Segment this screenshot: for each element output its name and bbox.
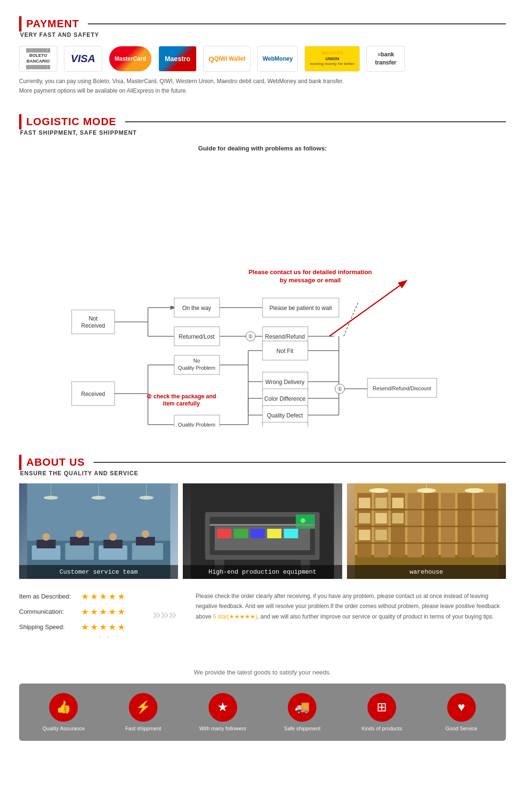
- star: ★: [117, 622, 125, 632]
- star: ★: [99, 591, 107, 602]
- svg-text:Please be patient to wait: Please be patient to wait: [270, 305, 332, 311]
- svg-text:Not: Not: [89, 315, 98, 322]
- star: ★: [81, 607, 89, 617]
- ratings-left: Item as Described: ★ ★ ★ ★ ★ Communicati…: [19, 591, 134, 637]
- svg-point-79: [76, 530, 84, 538]
- svg-text:Quality Problem: Quality Problem: [178, 422, 215, 427]
- about-red-bar: [19, 455, 21, 470]
- star: ★: [81, 591, 89, 602]
- star: ★: [99, 622, 107, 632]
- promo-label-followers: With many followers: [199, 726, 246, 731]
- svg-text:Please contact us for detailed: Please contact us for detailed informati…: [249, 268, 372, 276]
- star: ★: [108, 622, 116, 632]
- promo-icons-row: 👍 Quality Assurance ⚡ Fast shippment ★ W…: [19, 684, 506, 741]
- svg-text:Not Fit: Not Fit: [276, 348, 294, 354]
- logistic-subtitle: FAST SHIPPMENT, SAFE SHIPPMENT: [20, 129, 506, 136]
- wh-photo: warehouse: [347, 483, 506, 579]
- svg-rect-92: [217, 529, 231, 538]
- svg-rect-96: [284, 529, 298, 538]
- kinds-products-icon: ⊞: [368, 693, 396, 722]
- svg-text:No: No: [193, 358, 200, 363]
- svg-point-100: [301, 518, 305, 523]
- svg-point-124: [417, 488, 436, 493]
- boleto-logo: |||||||||||||||||||| BOLETO BANCARIO |||…: [19, 46, 57, 72]
- rating-row-ship: Shipping Speed: ★ ★ ★ ★ ★: [19, 622, 134, 632]
- prod-label: High-end production equipment: [183, 565, 342, 579]
- promo-label-fast: Fast shippment: [125, 726, 161, 731]
- westernunion-logo: WESTERN UNION moving money for better: [304, 46, 360, 72]
- svg-rect-30: [72, 310, 115, 334]
- svg-point-126: [464, 488, 483, 493]
- svg-text:② check the package and: ② check the package and: [147, 393, 216, 400]
- promo-item-service: ♥ Good Service: [433, 693, 490, 731]
- about-photos: Customer service team: [19, 483, 506, 579]
- svg-text:Wrong Delivery: Wrong Delivery: [265, 379, 304, 385]
- ratings-section: Item as Described: ★ ★ ★ ★ ★ Communicati…: [19, 587, 506, 642]
- maestro-logo: Maestro: [158, 46, 197, 72]
- star: ★: [81, 622, 89, 632]
- rating-label-comm: Communication:: [19, 608, 81, 615]
- ratings-right: Please check the order clearly after rec…: [196, 591, 506, 622]
- about-subtitle: ENSURE THE QUALITY AND SERVICE: [20, 470, 506, 477]
- svg-rect-115: [358, 498, 370, 508]
- visa-logo: VISA: [64, 46, 102, 72]
- promo-item-followers: ★ With many followers: [194, 693, 252, 731]
- svg-text:①: ①: [248, 333, 253, 339]
- prod-photo: High-end production equipment: [183, 483, 342, 579]
- star: ★: [108, 607, 116, 617]
- svg-rect-118: [358, 513, 370, 524]
- mastercard-logo: MasterCard: [109, 46, 152, 72]
- svg-rect-58: [262, 422, 308, 427]
- rating-label-item: Item as Described:: [19, 593, 81, 600]
- rating-stars-comm: ★ ★ ★ ★ ★: [81, 607, 125, 617]
- svg-rect-71: [65, 543, 94, 560]
- logistic-red-bar: [19, 114, 21, 129]
- svg-text:Received: Received: [81, 322, 105, 329]
- svg-rect-77: [136, 537, 155, 545]
- svg-text:item carefully: item carefully: [163, 400, 200, 407]
- red-bar-icon: [19, 16, 21, 32]
- flowchart-svg: Not Received On the way Please be patien…: [33, 160, 492, 427]
- promo-label-quality: Quality Assurance: [42, 726, 85, 731]
- svg-rect-95: [267, 529, 282, 538]
- rating-label-ship: Shipping Speed:: [19, 623, 81, 630]
- payment-title: PAYMENT: [26, 18, 79, 30]
- rating-row-item: Item as Described: ★ ★ ★ ★ ★: [19, 591, 134, 602]
- payment-subtitle: VERY FAST AND SAFETY: [20, 32, 506, 38]
- flowchart: Not Received On the way Please be patien…: [33, 160, 492, 427]
- promo-item-kinds: ⊞ Kinds of products: [353, 693, 410, 731]
- payment-section: PAYMENT VERY FAST AND SAFETY |||||||||||…: [0, 0, 525, 101]
- cs-label: Customer service team: [19, 565, 178, 579]
- logistic-title: LOGISTIC MODE: [26, 116, 116, 128]
- followers-icon: ★: [209, 693, 237, 722]
- svg-line-28: [344, 303, 358, 336]
- svg-point-85: [44, 496, 58, 500]
- logistic-section: LOGISTIC MODE FAST SHIPPMENT, SAFE SHIPP…: [0, 101, 525, 441]
- svg-text:by message or email: by message or email: [280, 277, 341, 284]
- svg-text:Quality Problem: Quality Problem: [178, 365, 215, 371]
- svg-point-81: [142, 530, 149, 538]
- rating-stars-ship: ★ ★ ★ ★ ★: [81, 622, 125, 632]
- svg-point-87: [139, 496, 154, 500]
- svg-text:Resend/Refund/Discount: Resend/Refund/Discount: [373, 385, 431, 391]
- star-inline: 5 star(★★★★★): [213, 613, 257, 620]
- svg-rect-109: [441, 493, 455, 557]
- promo-label-service: Good Service: [445, 726, 477, 731]
- logistic-header-line: [125, 121, 506, 122]
- svg-text:Color Difference: Color Difference: [264, 395, 306, 402]
- svg-rect-73: [132, 543, 163, 560]
- star: ★: [99, 607, 107, 617]
- svg-point-80: [109, 533, 117, 541]
- promo-item-fast: ⚡ Fast shippment: [115, 693, 172, 731]
- fast-shippment-icon: ⚡: [129, 693, 158, 722]
- svg-text:Received: Received: [81, 391, 105, 397]
- banktransfer-logo: ≡bank transfer: [367, 46, 405, 72]
- svg-rect-93: [234, 529, 248, 538]
- header-line: [88, 23, 506, 24]
- about-header-line: [94, 462, 506, 463]
- promo-section: We provide the latest goods to satisfy y…: [0, 659, 525, 750]
- promo-item-quality: 👍 Quality Assurance: [35, 693, 92, 731]
- svg-line-29: [329, 281, 406, 336]
- star: ★: [117, 607, 125, 617]
- about-title: ABOUT US: [26, 456, 85, 469]
